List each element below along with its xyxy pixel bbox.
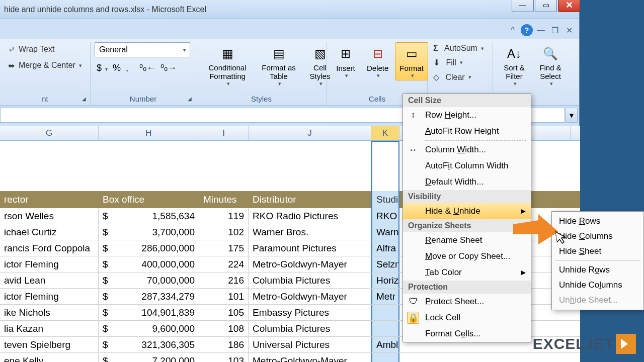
format-icon: ▭ <box>401 44 422 64</box>
hide-unhide-submenu: Hide Rows Hide Columns Hide Sheet Unhide… <box>551 211 644 310</box>
window-title: hide and unhide columns and rows.xlsx - … <box>4 5 206 14</box>
merge-center-label: Merge & Center <box>19 61 75 70</box>
delete-button[interactable]: ⊟ Delete <box>362 42 393 80</box>
submenu-unhide-rows[interactable]: Unhide Rows <box>552 262 643 278</box>
menu-hide-unhide[interactable]: Hide & Unhide ▶ <box>403 203 531 219</box>
menu-move-copy[interactable]: Move or Copy Sheet... <box>403 248 531 264</box>
insert-button[interactable]: ⊞ Insert <box>331 42 360 80</box>
percent-button[interactable]: % <box>113 63 121 73</box>
merge-icon: ⬌ <box>6 60 17 71</box>
column-header-i[interactable]: I <box>199 126 249 140</box>
ribbon-minimize-icon[interactable]: ^ <box>507 24 519 36</box>
column-header-h[interactable]: H <box>99 126 199 140</box>
merge-center-button[interactable]: ⬌ Merge & Center <box>4 58 86 72</box>
wrap-text-button[interactable]: ⤶ Wrap Text <box>4 42 58 56</box>
menu-autofit-row[interactable]: AutoFit Row Height <box>403 123 531 139</box>
delete-icon: ⊟ <box>368 44 388 64</box>
find-select-button[interactable]: 🔍 Find & Select <box>533 42 568 88</box>
alignment-group-label: nt <box>4 93 86 105</box>
menu-section-cell-size: Cell Size <box>403 94 531 107</box>
comma-button[interactable]: , <box>126 63 128 73</box>
conditional-formatting-button[interactable]: ▦ Conditional Formatting <box>200 42 255 88</box>
eraser-icon: ◇ <box>433 72 439 82</box>
column-header-g[interactable]: G <box>0 126 99 140</box>
decrease-decimal-button[interactable]: ⁰₀→ <box>160 62 177 73</box>
wrap-text-label: Wrap Text <box>19 45 54 54</box>
table-row[interactable]: ene Kelly$7,200,000103Metro-Goldwyn-Maye… <box>0 353 580 362</box>
menu-tab-color[interactable]: Tab Color ▶ <box>403 264 531 281</box>
submenu-arrow-icon: ▶ <box>521 207 526 215</box>
alignment-launcher-icon[interactable]: ◢ <box>82 96 89 103</box>
maximize-button[interactable]: ▭ <box>535 0 557 12</box>
svg-marker-1 <box>555 230 566 244</box>
window-close-icon[interactable]: ✕ <box>563 24 575 36</box>
autosum-button[interactable]: Σ AutoSum <box>432 42 488 54</box>
menu-column-width[interactable]: ↔ Column Width... <box>403 142 531 158</box>
header-boxoffice: Box office <box>99 191 199 208</box>
titlebar: hide and unhide columns and rows.xlsx - … <box>0 0 579 19</box>
menu-autofit-column[interactable]: AutoFit Column Width <box>403 158 531 174</box>
sort-filter-icon: A↓ <box>504 44 524 64</box>
svg-marker-0 <box>513 214 558 244</box>
sigma-icon: Σ <box>433 44 438 53</box>
header-director: rector <box>0 191 99 208</box>
exceljet-logo: EXCELJET <box>533 334 636 354</box>
header-studio: Studi <box>371 191 399 208</box>
menu-rename-sheet[interactable]: Rename Sheet <box>403 232 531 248</box>
close-button[interactable]: ✕ <box>558 0 580 12</box>
fill-icon: ⬇ <box>433 58 440 67</box>
binoculars-icon: 🔍 <box>540 44 560 64</box>
sort-filter-button[interactable]: A↓ Sort & Filter <box>497 42 531 88</box>
submenu-unhide-columns[interactable]: Unhide Columns <box>552 278 643 293</box>
menu-section-organize: Organize Sheets <box>403 219 531 232</box>
formula-bar-expand[interactable]: ▾ <box>566 108 578 123</box>
insert-icon: ⊞ <box>336 44 356 64</box>
header-minutes: Minutes <box>199 191 249 208</box>
help-icon[interactable]: ? <box>521 24 533 36</box>
annotation-arrow-icon <box>513 214 558 249</box>
number-group-label: Number <box>95 93 192 105</box>
menu-protect-sheet[interactable]: 🛡 Protect Sheet... <box>403 294 531 310</box>
menu-default-width[interactable]: Default Width... <box>403 174 531 190</box>
currency-button[interactable]: $ ▾ <box>97 63 108 73</box>
increase-decimal-button[interactable]: ⁰₀← <box>139 62 155 73</box>
menu-lock-cell[interactable]: 🔒 Lock Cell <box>403 310 531 326</box>
clear-button[interactable]: ◇ Clear <box>432 71 475 83</box>
fill-button[interactable]: ⬇ Fill <box>432 56 466 69</box>
format-button[interactable]: ▭ Format <box>395 42 428 80</box>
header-distributor: Distributor <box>249 191 371 208</box>
menu-section-protection: Protection <box>403 281 531 294</box>
column-header-k[interactable]: K <box>371 126 399 140</box>
window-restore-icon[interactable]: ❐ <box>549 24 561 36</box>
menu-section-visibility: Visibility <box>403 190 531 203</box>
format-dropdown-menu: Cell Size ↕ Row Height... AutoFit Row He… <box>403 94 531 342</box>
submenu-unhide-sheet: Unhide Sheet... <box>552 293 643 308</box>
styles-group-label: Styles <box>200 93 323 105</box>
format-as-table-button[interactable]: ▤ Format as Table <box>257 42 301 88</box>
format-table-icon: ▤ <box>269 44 289 64</box>
submenu-hide-rows[interactable]: Hide Rows <box>552 214 643 229</box>
number-format-value: General <box>99 45 128 54</box>
menu-row-height[interactable]: ↕ Row Height... <box>403 107 531 123</box>
lock-icon: 🔒 <box>407 312 419 324</box>
number-launcher-icon[interactable]: ◢ <box>188 96 195 103</box>
minimize-button[interactable]: — <box>512 0 534 12</box>
logo-play-icon <box>616 334 636 354</box>
wrap-text-icon: ⤶ <box>6 44 17 55</box>
window-minimize-icon[interactable]: — <box>535 24 547 36</box>
row-height-icon: ↕ <box>407 109 419 121</box>
submenu-arrow-icon: ▶ <box>521 268 526 276</box>
column-width-icon: ↔ <box>407 144 419 156</box>
column-header-j[interactable]: J <box>249 126 371 140</box>
menu-format-cells[interactable]: Format Cells... <box>403 326 531 342</box>
conditional-formatting-icon: ▦ <box>217 44 237 64</box>
shield-icon: 🛡 <box>407 296 419 308</box>
number-format-dropdown[interactable]: General ▾ <box>95 42 190 57</box>
